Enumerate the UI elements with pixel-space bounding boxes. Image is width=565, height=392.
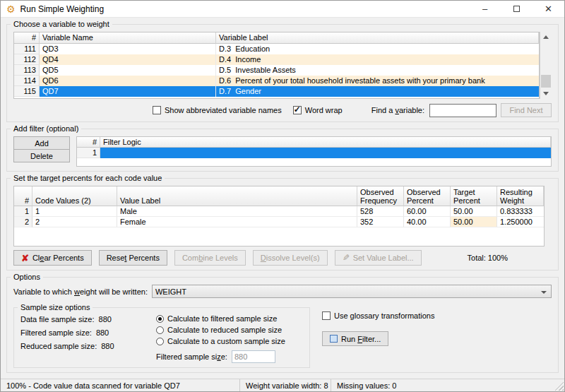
scrollbar-up-button[interactable] — [540, 32, 552, 42]
col-header-num: # — [14, 32, 40, 44]
show-abbrev-checkbox[interactable] — [153, 106, 161, 114]
value-label-cell: Female — [117, 217, 357, 227]
variable-row[interactable]: 114 QD6 D.6 Percent of your total househ… — [14, 76, 539, 86]
set-value-label-button[interactable]: Set Value Label... — [335, 250, 422, 266]
radio-icon — [156, 326, 164, 334]
code-value-cell: 1 — [32, 206, 117, 217]
show-abbrev-label: Show abbreviated variable names — [165, 106, 282, 114]
variable-table-header: # Variable Name Variable Label — [14, 32, 539, 44]
radio-calculate-filtered[interactable]: Calculate to filtered sample size — [156, 314, 303, 323]
reset-percents-button[interactable]: Reset Percents — [99, 250, 167, 266]
add-button[interactable]: Add — [13, 136, 70, 150]
table-filler — [14, 227, 544, 246]
maximize-button[interactable] — [501, 1, 533, 17]
target-row[interactable]: 1 1 Male 528 60.00 50.00 0.833333 — [14, 206, 544, 217]
find-variable-input[interactable] — [429, 104, 496, 117]
radio-label: Calculate to a custom sample size — [167, 337, 285, 345]
chevron-down-icon — [541, 291, 547, 294]
find-variable-label: Find a variable: — [371, 106, 424, 114]
variable-row[interactable]: 111 QD3 D.3 Education — [14, 44, 539, 54]
run-simple-weighting-dialog: Run Simple Weighting – ✕ Choose a variab… — [0, 0, 565, 392]
choose-variable-group: Choose a variable to weight # Variable N… — [6, 24, 559, 122]
variable-row-selected[interactable]: 115 QD7 D.7 Gender — [14, 86, 539, 97]
col-header-variable-name: Variable Name — [40, 32, 216, 44]
target-table-header: # Code Values (2) Value Label Observed F… — [14, 186, 544, 206]
word-wrap-checkbox[interactable] — [293, 106, 302, 114]
options-group-label: Options — [11, 273, 43, 281]
maximize-icon — [513, 6, 520, 12]
dissolve-levels-button[interactable]: Dissolve Level(s) — [253, 250, 328, 266]
delete-button[interactable]: Delete — [13, 149, 70, 162]
use-glossary-checkbox[interactable] — [322, 311, 331, 320]
observed-frequency-cell: 352 — [357, 217, 404, 227]
col-header-num: # — [14, 186, 32, 206]
minimize-button[interactable]: – — [469, 1, 501, 17]
custom-sample-size-label: Filtered sample size: — [156, 352, 227, 361]
table-filler — [14, 97, 539, 98]
col-header-resulting-weight: Resulting Weight — [497, 186, 544, 206]
target-percent-cell[interactable]: 50.00 — [451, 206, 497, 217]
use-glossary-checkbox-row[interactable]: Use glossary transformations — [322, 311, 434, 320]
col-header-filter-logic: Filter Logic — [100, 137, 551, 148]
custom-sample-size-input[interactable] — [232, 350, 275, 363]
add-filter-group: Add filter (optional) Add Delete # Filte… — [6, 129, 559, 172]
target-percents-group-label: Set the target percents for each code va… — [11, 174, 165, 182]
stat-label: Data file sample size: — [20, 315, 95, 323]
col-header-num: # — [77, 137, 100, 148]
filter-table-header: # Filter Logic — [77, 137, 551, 148]
run-filter-button[interactable]: Run Filter... — [322, 331, 388, 346]
scroll-down-icon — [543, 92, 549, 95]
filter-square-icon — [330, 335, 338, 343]
filter-table: # Filter Logic 1 — [76, 136, 552, 167]
variable-name-cell: QD5 — [40, 65, 216, 76]
radio-label: Calculate to reduced sample size — [167, 326, 282, 334]
resulting-weight-cell: 0.833333 — [497, 206, 544, 217]
variable-name-cell: QD3 — [40, 44, 216, 54]
scrollbar-thumb[interactable] — [541, 75, 551, 88]
reset-percents-label: Reset Percents — [107, 254, 160, 262]
variable-name-cell: QD6 — [40, 76, 216, 86]
resize-grip[interactable] — [554, 381, 564, 391]
col-header-code-values: Code Values (2) — [32, 186, 117, 206]
data-file-sample-size: Data file sample size: 880 — [20, 315, 156, 323]
title-bar: Run Simple Weighting – ✕ — [1, 1, 564, 18]
weight-variable-select[interactable]: WEIGHT — [152, 285, 552, 298]
scrollbar-track[interactable] — [540, 42, 552, 88]
close-button[interactable]: ✕ — [533, 1, 564, 17]
observed-frequency-cell: 528 — [357, 206, 404, 217]
col-header-value-label: Value Label — [117, 186, 357, 206]
variable-row[interactable]: 112 QD4 D.4 Income — [14, 54, 539, 65]
variable-label-cell: D.6 Percent of your total household inve… — [216, 76, 539, 86]
scrollbar-down-button[interactable] — [540, 88, 552, 99]
target-percents-table: # Code Values (2) Value Label Observed F… — [13, 186, 545, 247]
stat-label: Filtered sample size: — [20, 328, 92, 337]
col-header-observed-percent: Observed Percent — [404, 186, 451, 206]
variable-table-scrollbar[interactable] — [540, 32, 552, 99]
status-bar: 100% - Code value data scanned for varia… — [1, 379, 564, 391]
combine-levels-button[interactable]: Combine Levels — [174, 250, 246, 266]
target-row[interactable]: 2 2 Female 352 40.00 50.00 1.250000 — [14, 217, 544, 227]
variable-label-cell: D.5 Investable Assets — [216, 65, 539, 76]
radio-calculate-reduced[interactable]: Calculate to reduced sample size — [156, 325, 303, 335]
target-percent-cell[interactable]: 50.00 — [451, 217, 497, 227]
use-glossary-label: Use glossary transformations — [334, 311, 434, 320]
reduced-sample-size: Reduced sample size: 880 — [20, 342, 156, 350]
clear-percents-button[interactable]: Clear Percents — [13, 250, 92, 266]
variable-table: # Variable Name Variable Label 111 QD3 D… — [13, 32, 552, 99]
filtered-sample-size: Filtered sample size: 880 — [20, 328, 156, 337]
col-header-variable-label: Variable Label — [216, 32, 539, 44]
clear-percents-label: Clear Percents — [32, 254, 84, 262]
stat-value: 880 — [101, 342, 114, 350]
run-filter-label: Run Filter... — [341, 335, 381, 343]
gear-icon — [6, 4, 16, 14]
find-next-button[interactable]: Find Next — [501, 103, 552, 117]
weight-variable-value: WEIGHT — [155, 287, 186, 296]
variable-row[interactable]: 113 QD5 D.5 Investable Assets — [14, 65, 539, 76]
status-progress-text: 100% - Code value data scanned for varia… — [1, 379, 239, 391]
value-label-cell: Male — [117, 206, 357, 217]
window-title: Run Simple Weighting — [20, 4, 105, 14]
variable-name-cell: QD7 — [40, 86, 216, 97]
radio-calculate-custom[interactable]: Calculate to a custom sample size — [156, 336, 303, 346]
row-number: 112 — [14, 54, 40, 65]
filter-row-selected[interactable]: 1 — [77, 148, 551, 158]
